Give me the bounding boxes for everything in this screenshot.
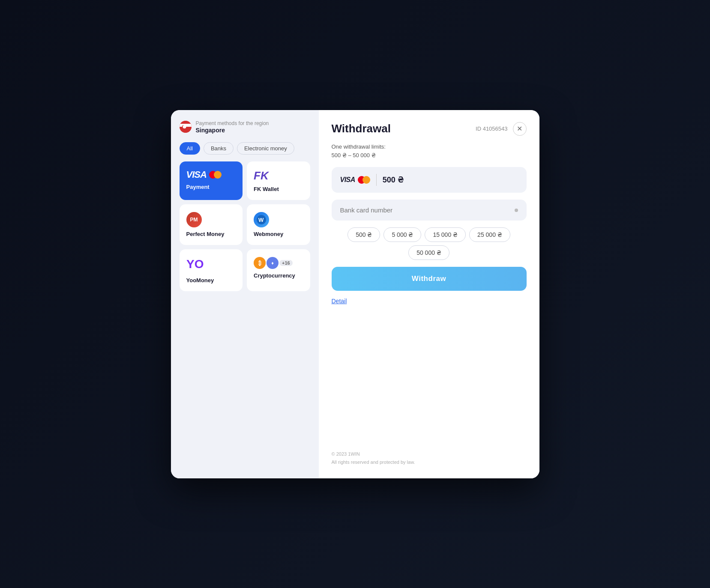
payment-method-fk-wallet[interactable]: FK FK Wallet xyxy=(247,161,310,200)
input-dot-icon xyxy=(515,209,518,212)
amount-mc-logo xyxy=(358,176,370,184)
mc-orange-circle xyxy=(214,171,222,179)
region-label: Payment methods for the region xyxy=(196,120,269,127)
limits-line1: One withdrawal limits: xyxy=(332,143,386,150)
right-panel: Withdrawal ID 41056543 ✕ One withdrawal … xyxy=(319,110,539,478)
amount-5000[interactable]: 5 000 ₴ xyxy=(383,227,421,242)
crypto-label: Cryptocurrency xyxy=(254,272,295,279)
amount-display: VISA 500 ₴ xyxy=(332,167,527,193)
region-text: Payment methods for the region Singapore xyxy=(196,120,269,134)
quick-amount-buttons: 500 ₴ 5 000 ₴ 15 000 ₴ 25 000 ₴ 50 000 ₴ xyxy=(332,227,527,260)
amount-15000[interactable]: 15 000 ₴ xyxy=(425,227,466,242)
perfect-money-label: Perfect Money xyxy=(186,231,225,237)
card-number-field[interactable] xyxy=(332,200,527,221)
withdraw-button[interactable]: Withdraw xyxy=(332,267,527,291)
yoomoney-label: YooMoney xyxy=(186,277,214,284)
footer-line1: © 2023 1WIN xyxy=(332,451,360,457)
amount-50000[interactable]: 50 000 ₴ xyxy=(408,245,449,260)
pm-logo: PM xyxy=(186,212,202,227)
payment-method-visa[interactable]: VISA Payment xyxy=(180,161,243,200)
modal-dialog: Payment methods for the region Singapore… xyxy=(171,110,539,478)
yoo-logo: YO xyxy=(186,257,204,274)
footer: © 2023 1WIN All rights reserved and prot… xyxy=(332,442,527,466)
payment-method-crypto[interactable]: ₿ ♦ +16 Cryptocurrency xyxy=(247,249,310,291)
visa-text: VISA xyxy=(186,169,207,180)
filter-banks[interactable]: Banks xyxy=(204,142,234,155)
close-button[interactable]: ✕ xyxy=(513,122,527,136)
payment-method-webmoney[interactable]: W Webmoney xyxy=(247,204,310,245)
withdrawal-title: Withdrawal xyxy=(332,122,391,135)
svg-text:YO: YO xyxy=(186,257,204,271)
footer-text: © 2023 1WIN All rights reserved and prot… xyxy=(332,450,527,466)
fk-wallet-label: FK Wallet xyxy=(254,186,279,192)
transaction-id: ID 41056543 xyxy=(476,125,507,132)
payment-method-perfect-money[interactable]: PM Perfect Money xyxy=(180,204,243,245)
visa-label: Payment xyxy=(186,184,210,190)
filter-electronic[interactable]: Electronic money xyxy=(237,142,294,155)
limits-info: One withdrawal limits: 500 ₴ – 50 000 ₴ xyxy=(332,143,527,161)
left-panel: Payment methods for the region Singapore… xyxy=(171,110,319,478)
crypto-plus-badge: +16 xyxy=(279,260,293,266)
mastercard-logo xyxy=(209,171,222,179)
header-right: ID 41056543 ✕ xyxy=(476,122,526,136)
filter-tabs: All Banks Electronic money xyxy=(180,142,310,155)
amount-divider xyxy=(376,174,377,186)
region-header: Payment methods for the region Singapore xyxy=(180,120,310,134)
wm-logo: W xyxy=(254,212,269,227)
detail-link[interactable]: Detail xyxy=(332,298,527,304)
amount-mc-orange xyxy=(362,176,370,184)
amount-value: 500 ₴ xyxy=(383,175,404,185)
eth-icon: ♦ xyxy=(267,257,279,269)
fk-logo: FK xyxy=(254,169,269,182)
footer-line2: All rights reserved and protected by law… xyxy=(332,460,415,465)
filter-all[interactable]: All xyxy=(180,142,200,155)
amount-visa-logo: VISA xyxy=(340,176,370,184)
amount-500[interactable]: 500 ₴ xyxy=(348,227,380,242)
btc-icon: ₿ xyxy=(254,257,266,269)
webmoney-label: Webmoney xyxy=(254,231,283,237)
flag-icon xyxy=(180,121,192,133)
region-name: Singapore xyxy=(196,127,269,134)
limits-line2: 500 ₴ – 50 000 ₴ xyxy=(332,152,376,158)
svg-text:W: W xyxy=(258,217,264,223)
visa-logo: VISA xyxy=(186,169,222,180)
svg-point-4 xyxy=(183,125,186,128)
amount-25000[interactable]: 25 000 ₴ xyxy=(469,227,510,242)
amount-visa-text: VISA xyxy=(340,176,355,184)
crypto-icons: ₿ ♦ +16 xyxy=(254,257,293,269)
payment-method-yoomoney[interactable]: YO YooMoney xyxy=(180,249,243,291)
withdrawal-header: Withdrawal ID 41056543 ✕ xyxy=(332,122,527,136)
card-number-input[interactable] xyxy=(340,206,515,214)
payment-method-grid: VISA Payment FK FK Wallet PM Perfect Mon… xyxy=(180,161,310,291)
